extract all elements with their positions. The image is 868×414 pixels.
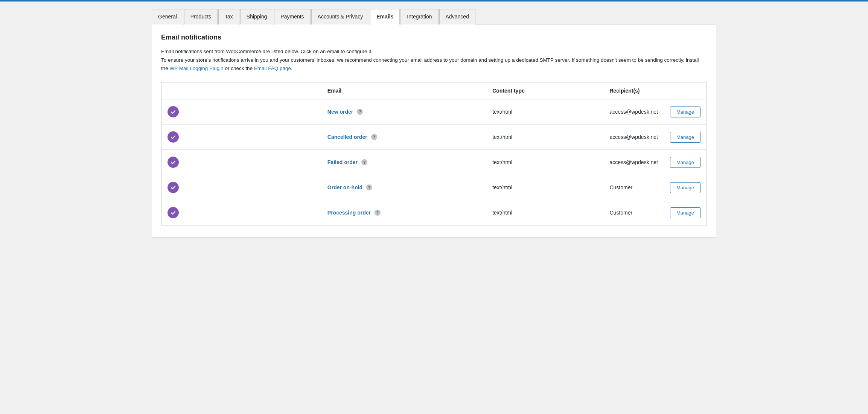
tab-tax[interactable]: Tax (218, 9, 239, 24)
section-title: Email notifications (161, 33, 707, 41)
table-body: New order?text/htmlaccess@wpdesk.netMana… (161, 99, 707, 225)
content-area: Email notifications Email notifications … (152, 24, 716, 238)
description-block: Email notifications sent from WooCommerc… (161, 47, 707, 73)
email-faq-link[interactable]: Email FAQ page (254, 65, 291, 71)
col-header-email (161, 82, 321, 99)
recipient-cell: access@wpdesk.net (603, 125, 664, 150)
email-name-cell: Processing order? (321, 200, 486, 225)
description-line2-end: . (291, 65, 292, 71)
email-name-link-new-order[interactable]: New order (327, 109, 353, 115)
email-name-link-order-on-hold[interactable]: Order on-hold (327, 184, 362, 190)
action-cell: Manage (664, 200, 707, 225)
tab-emails[interactable]: Emails (370, 9, 400, 24)
enabled-check-icon (168, 106, 179, 117)
col-header-email-label: Email (321, 82, 486, 99)
help-icon-order-on-hold[interactable]: ? (366, 184, 372, 190)
action-cell: Manage (664, 99, 707, 125)
email-name-cell: New order? (321, 99, 486, 125)
email-name-cell: Cancelled order? (321, 125, 486, 150)
email-notifications-table: Email Content type Recipient(s) New orde… (161, 82, 707, 225)
col-header-content-type: Content type (486, 82, 603, 99)
table-header: Email Content type Recipient(s) (161, 82, 707, 99)
tab-shipping[interactable]: Shipping (240, 9, 274, 24)
help-icon-cancelled-order[interactable]: ? (371, 134, 377, 140)
content-type-cell: text/html (486, 99, 603, 125)
description-line1: Email notifications sent from WooCommerc… (161, 49, 373, 54)
status-icon-cell (161, 125, 321, 150)
status-icon-cell (161, 99, 321, 125)
action-cell: Manage (664, 175, 707, 200)
col-header-recipients: Recipient(s) (603, 82, 664, 99)
content-type-cell: text/html (486, 175, 603, 200)
recipient-cell: access@wpdesk.net (603, 99, 664, 125)
table-row: Order on-hold?text/htmlCustomerManage (161, 175, 707, 200)
table-row: New order?text/htmlaccess@wpdesk.netMana… (161, 99, 707, 125)
tab-products[interactable]: Products (184, 9, 218, 24)
email-name-cell: Failed order? (321, 150, 486, 175)
status-icon-cell (161, 175, 321, 200)
action-cell: Manage (664, 125, 707, 150)
help-icon-processing-order[interactable]: ? (375, 210, 381, 216)
tab-advanced[interactable]: Advanced (439, 9, 475, 24)
help-icon-new-order[interactable]: ? (357, 109, 363, 115)
manage-button-cancelled-order[interactable]: Manage (670, 132, 700, 143)
manage-button-processing-order[interactable]: Manage (670, 207, 700, 218)
recipient-cell: Customer (603, 175, 664, 200)
email-name-link-failed-order[interactable]: Failed order (327, 159, 358, 165)
table-row: Processing order?text/htmlCustomerManage (161, 200, 707, 225)
status-icon-cell (161, 200, 321, 225)
email-name-link-processing-order[interactable]: Processing order (327, 210, 371, 216)
status-icon-cell (161, 150, 321, 175)
action-cell: Manage (664, 150, 707, 175)
content-type-cell: text/html (486, 200, 603, 225)
email-name-cell: Order on-hold? (321, 175, 486, 200)
tab-accounts-privacy[interactable]: Accounts & Privacy (311, 9, 370, 24)
recipient-cell: Customer (603, 200, 664, 225)
manage-button-new-order[interactable]: Manage (670, 107, 700, 117)
content-type-cell: text/html (486, 150, 603, 175)
enabled-check-icon (168, 207, 179, 218)
table-row: Failed order?text/htmlaccess@wpdesk.netM… (161, 150, 707, 175)
recipient-cell: access@wpdesk.net (603, 150, 664, 175)
wp-mail-logging-link[interactable]: WP Mail Logging Plugin (170, 65, 224, 71)
tab-payments[interactable]: Payments (274, 9, 310, 24)
tab-integration[interactable]: Integration (400, 9, 438, 24)
description-line2-mid: or check the (224, 65, 254, 71)
col-header-action (664, 82, 707, 99)
manage-button-order-on-hold[interactable]: Manage (670, 182, 700, 193)
enabled-check-icon (168, 131, 179, 143)
enabled-check-icon (168, 157, 179, 168)
table-row: Cancelled order?text/htmlaccess@wpdesk.n… (161, 125, 707, 150)
enabled-check-icon (168, 182, 179, 193)
manage-button-failed-order[interactable]: Manage (670, 157, 700, 168)
help-icon-failed-order[interactable]: ? (361, 159, 367, 165)
settings-tabs: GeneralProductsTaxShippingPaymentsAccoun… (152, 9, 716, 24)
tab-general[interactable]: General (152, 9, 183, 24)
email-name-link-cancelled-order[interactable]: Cancelled order (327, 134, 367, 140)
content-type-cell: text/html (486, 125, 603, 150)
